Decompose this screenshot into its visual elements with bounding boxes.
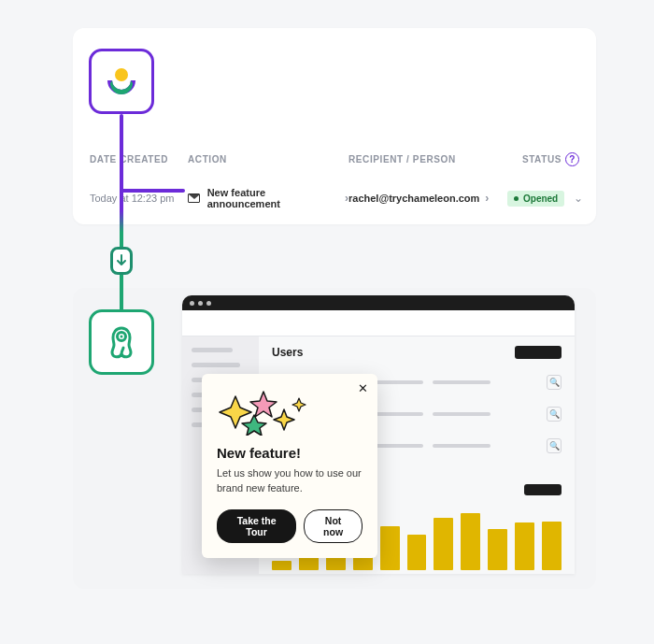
search-icon[interactable]: 🔍 <box>547 375 562 390</box>
bar <box>542 522 562 571</box>
chevron-right-icon: › <box>485 192 489 205</box>
mail-icon <box>188 193 200 203</box>
source-app-tile <box>89 49 154 114</box>
chameleon-logo-icon <box>102 322 141 362</box>
traffic-light-icon <box>206 301 211 306</box>
bar <box>380 526 400 570</box>
close-icon[interactable]: ✕ <box>358 381 368 395</box>
cell-person[interactable]: rachel@trychameleon.com › <box>348 192 507 205</box>
traffic-light-icon <box>198 301 203 306</box>
status-dot-icon <box>514 196 519 201</box>
sidebar-item[interactable] <box>192 363 240 367</box>
window-titlebar <box>182 295 575 310</box>
status-badge: Opened <box>507 191 564 207</box>
sidebar-item[interactable] <box>192 348 233 352</box>
chevron-down-icon[interactable]: ⌄ <box>574 192 583 205</box>
flow-pipe-vertical <box>120 114 123 329</box>
bar <box>461 513 480 570</box>
search-icon[interactable]: 🔍 <box>547 438 562 453</box>
flow-pipe-horizontal <box>120 189 185 193</box>
th-date-created: DATE CREATED <box>90 154 188 165</box>
page-title: Users <box>272 346 303 359</box>
svg-point-2 <box>121 336 123 338</box>
window-toolbar <box>182 310 575 336</box>
bar <box>272 561 291 571</box>
cell-date: Today at 12:23 pm <box>90 193 188 204</box>
th-recipient: RECIPIENT / PERSON <box>348 154 507 165</box>
chart-action-button[interactable] <box>524 484 562 495</box>
svg-point-0 <box>115 68 128 81</box>
table-header: DATE CREATED ACTION RECIPIENT / PERSON S… <box>90 152 579 166</box>
placeholder-line <box>433 412 490 416</box>
arrow-down-icon <box>116 254 127 267</box>
traffic-light-icon <box>190 301 194 306</box>
bar <box>407 535 427 571</box>
th-status-label: STATUS <box>522 154 562 165</box>
bar <box>488 529 507 570</box>
sparkles-illustration <box>217 389 363 436</box>
bar <box>515 522 534 570</box>
target-app-tile <box>89 309 154 375</box>
flow-direction-node <box>110 247 133 275</box>
th-action: ACTION <box>188 154 348 165</box>
status-label: Opened <box>523 193 558 204</box>
primary-action-button[interactable] <box>515 346 562 359</box>
customerio-logo-icon <box>102 62 141 101</box>
cell-action[interactable]: New feature announcement › <box>188 187 348 209</box>
th-status: STATUS ? <box>507 152 579 166</box>
cell-status[interactable]: Opened ⌄ <box>507 191 583 207</box>
take-tour-button[interactable]: Take the Tour <box>217 509 296 543</box>
onboarding-tooltip: ✕ New feature! Let us show you how to us… <box>202 374 377 558</box>
bar <box>434 518 453 570</box>
person-label: rachel@trychameleon.com <box>348 193 479 204</box>
search-icon[interactable]: 🔍 <box>547 407 562 422</box>
tooltip-title: New feature! <box>217 445 363 461</box>
action-label: New feature announcement <box>207 187 337 209</box>
tooltip-body: Let us show you how to use our brand new… <box>217 466 363 496</box>
not-now-button[interactable]: Not now <box>304 509 363 543</box>
placeholder-line <box>433 444 490 448</box>
tooltip-actions: Take the Tour Not now <box>217 509 363 543</box>
placeholder-line <box>433 380 490 384</box>
help-icon[interactable]: ? <box>565 152 579 166</box>
